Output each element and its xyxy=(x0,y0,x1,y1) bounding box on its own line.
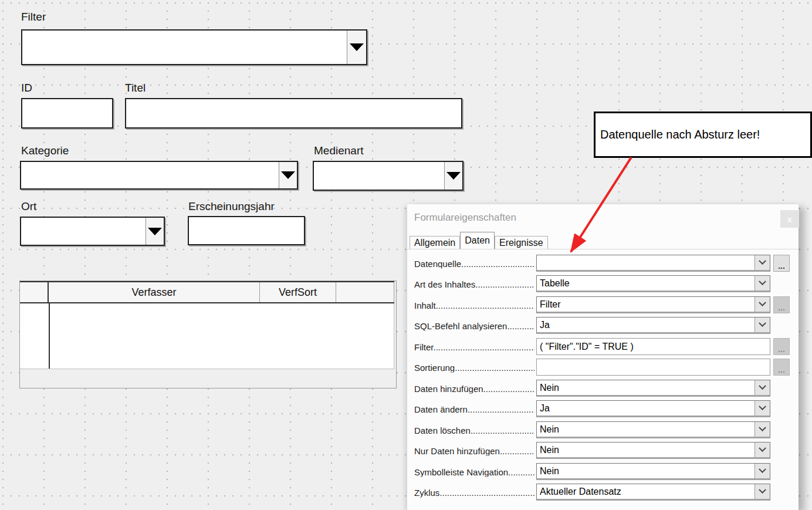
filter-combobox[interactable] xyxy=(21,29,367,65)
nur-daten-hinzufuegen-value: Nein xyxy=(540,445,559,455)
row-header-cell[interactable] xyxy=(20,282,49,302)
chevron-down-icon[interactable] xyxy=(755,443,770,457)
dropdown-button[interactable] xyxy=(444,162,462,190)
filter-label: Filter xyxy=(21,11,46,23)
dropdown-arrow-icon xyxy=(148,228,162,235)
chevron-down-icon[interactable] xyxy=(755,276,770,291)
dropdown-arrow-icon xyxy=(281,171,295,179)
property-row-symbolleiste-navigation: Symbolleiste Navigation................N… xyxy=(407,463,799,481)
chevron-down-icon[interactable] xyxy=(755,484,770,499)
daten-hinzufuegen-combobox[interactable]: Nein xyxy=(536,380,770,397)
symbolleiste-navigation-combobox[interactable]: Nein xyxy=(536,463,770,480)
table-grid-header: Verfasser VerfSort xyxy=(20,281,394,303)
property-row-nur-daten-hinzufuegen: Nur Daten hinzufügen...................N… xyxy=(407,442,799,460)
property-row-art-des-inhaltes: Art des Inhaltes........................… xyxy=(407,275,799,293)
kategorie-label: Kategorie xyxy=(21,144,69,157)
close-icon[interactable]: x xyxy=(780,210,799,228)
tab-ereignisse[interactable]: Ereignisse xyxy=(495,236,548,249)
annotation-text: Datenquelle nach Absturz leer! xyxy=(600,128,760,141)
property-row-daten-loeschen: Daten löschen...........................… xyxy=(407,421,799,439)
sortierung-label: Sortierung..............................… xyxy=(414,363,534,373)
chevron-down-icon[interactable] xyxy=(755,255,770,270)
property-row-daten-hinzufuegen: Daten hinzufügen........................… xyxy=(407,380,799,397)
daten-loeschen-value: Nein xyxy=(540,424,559,435)
dialog-tabbar: AllgemeinDatenEreignisse xyxy=(410,232,799,249)
sortierung-browse-button: ... xyxy=(773,359,790,376)
column-header-verfasser[interactable]: Verfasser xyxy=(49,282,260,302)
kategorie-combobox[interactable] xyxy=(20,161,298,190)
zyklus-label: Zyklus..................................… xyxy=(414,488,534,498)
daten-loeschen-label: Daten löschen...........................… xyxy=(414,425,534,435)
form-properties-dialog: Formulareigenschaften x AllgemeinDatenEr… xyxy=(407,204,799,510)
sql-befehl-analysieren-combobox[interactable]: Ja xyxy=(536,317,770,334)
chevron-down-icon[interactable] xyxy=(755,422,770,437)
table-grid-control[interactable]: Verfasser VerfSort xyxy=(19,281,397,389)
chevron-down-icon[interactable] xyxy=(755,297,770,312)
chevron-down-icon[interactable] xyxy=(755,380,770,395)
property-row-zyklus: Zyklus..................................… xyxy=(407,484,799,501)
chevron-down-icon[interactable] xyxy=(755,401,770,416)
daten-aendern-value: Ja xyxy=(540,403,550,414)
tab-allgemein[interactable]: Allgemein xyxy=(410,236,460,249)
daten-hinzufuegen-label: Daten hinzufügen........................… xyxy=(414,384,534,394)
property-row-sortierung: Sortierung..............................… xyxy=(407,359,799,376)
art-des-inhaltes-value: Tabelle xyxy=(540,278,570,289)
zyklus-value: Aktueller Datensatz xyxy=(540,487,621,497)
erscheinungsjahr-field[interactable] xyxy=(188,216,305,245)
dialog-content: Datenquelle.............................… xyxy=(407,249,799,510)
annotation-box: Datenquelle nach Absturz leer! xyxy=(594,112,812,158)
daten-hinzufuegen-value: Nein xyxy=(540,383,559,393)
inhalt-value: Filter xyxy=(540,299,561,310)
inhalt-combobox[interactable]: Filter xyxy=(536,296,770,313)
column-header-empty[interactable] xyxy=(336,282,394,302)
row-header-divider xyxy=(49,303,50,369)
ort-combobox[interactable] xyxy=(20,217,165,246)
filter-field[interactable]: ( "Filter"."ID" = TRUE ) xyxy=(536,338,770,355)
daten-aendern-label: Daten ändern............................… xyxy=(414,404,534,414)
daten-loeschen-combobox[interactable]: Nein xyxy=(536,421,770,438)
erscheinungsjahr-label: Erscheinungsjahr xyxy=(188,200,275,213)
sql-befehl-analysieren-label: SQL-Befehl analysieren................. xyxy=(414,321,534,331)
table-grid-body[interactable] xyxy=(20,303,394,369)
tab-daten[interactable]: Daten xyxy=(460,232,495,249)
sql-befehl-analysieren-value: Ja xyxy=(540,320,550,330)
dropdown-button[interactable] xyxy=(146,218,164,245)
chevron-down-icon[interactable] xyxy=(755,464,770,478)
art-des-inhaltes-label: Art des Inhaltes........................… xyxy=(414,279,534,289)
ort-label: Ort xyxy=(21,200,36,213)
dropdown-button[interactable] xyxy=(279,162,297,188)
zyklus-combobox[interactable]: Aktueller Datensatz xyxy=(536,484,770,501)
id-field[interactable] xyxy=(21,98,113,129)
symbolleiste-navigation-label: Symbolleiste Navigation................ xyxy=(414,467,534,477)
property-row-inhalt: Inhalt..................................… xyxy=(407,296,799,314)
nur-daten-hinzufuegen-combobox[interactable]: Nein xyxy=(536,442,770,459)
inhalt-browse-button: ... xyxy=(773,296,790,313)
symbolleiste-navigation-value: Nein xyxy=(540,466,559,477)
datenquelle-browse-button[interactable]: ... xyxy=(773,255,790,272)
datenquelle-combobox[interactable] xyxy=(536,255,770,272)
dropdown-arrow-icon xyxy=(350,43,364,51)
id-label: ID xyxy=(21,82,32,94)
daten-aendern-combobox[interactable]: Ja xyxy=(536,400,770,417)
filter-browse-button: ... xyxy=(773,338,790,355)
inhalt-label: Inhalt..................................… xyxy=(414,300,534,310)
property-row-datenquelle: Datenquelle.............................… xyxy=(407,255,799,272)
titel-label: Titel xyxy=(125,82,146,94)
titel-field[interactable] xyxy=(125,98,462,129)
datenquelle-label: Datenquelle.............................… xyxy=(414,259,534,269)
art-des-inhaltes-combobox[interactable]: Tabelle xyxy=(536,275,770,292)
property-row-sql-befehl-analysieren: SQL-Befehl analysieren.................J… xyxy=(407,317,799,335)
filter-value: ( "Filter"."ID" = TRUE ) xyxy=(540,342,634,352)
medienart-combobox[interactable] xyxy=(313,161,463,191)
dropdown-button[interactable] xyxy=(347,31,366,64)
property-row-daten-aendern: Daten ändern............................… xyxy=(407,400,799,418)
filter-label: Filter..................................… xyxy=(414,342,534,352)
chevron-down-icon[interactable] xyxy=(755,318,770,332)
nur-daten-hinzufuegen-label: Nur Daten hinzufügen................... xyxy=(414,446,534,456)
dropdown-arrow-icon xyxy=(446,172,461,180)
dialog-title: Formulareigenschaften xyxy=(414,212,516,224)
sortierung-field[interactable] xyxy=(536,359,770,376)
column-header-verfsort[interactable]: VerfSort xyxy=(260,282,336,302)
medienart-label: Medienart xyxy=(314,144,364,157)
property-row-filter: Filter..................................… xyxy=(407,338,799,356)
